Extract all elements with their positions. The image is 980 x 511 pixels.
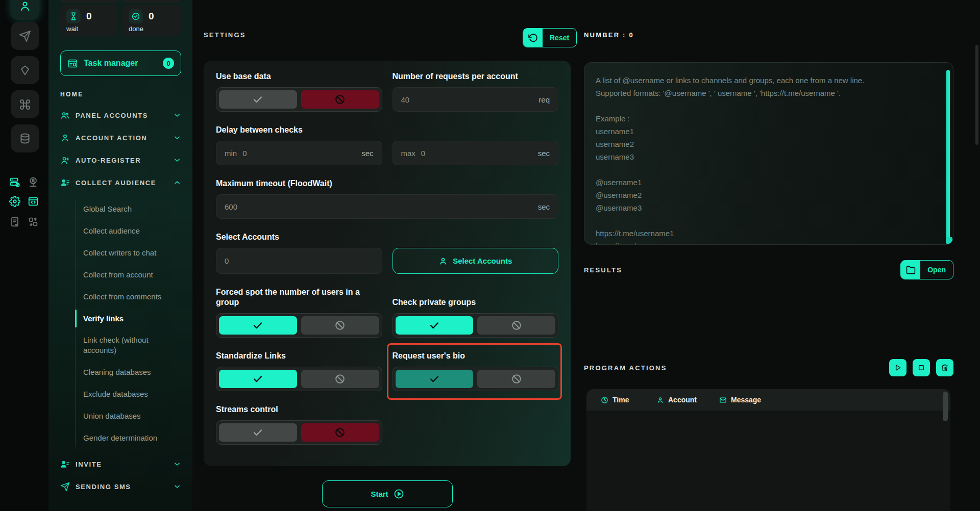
max-timeout-input[interactable]: 600 sec xyxy=(216,194,558,219)
send-icon xyxy=(60,482,70,492)
rail-profile-button[interactable] xyxy=(11,0,39,20)
textarea-resize-grip[interactable] xyxy=(946,237,952,244)
subitem-cleaning-databases[interactable]: Cleaning databases xyxy=(83,361,181,383)
play-button[interactable] xyxy=(889,359,906,376)
wait-stat-card: 0 wait xyxy=(60,5,118,36)
standardize-links-toggle xyxy=(216,367,382,391)
gear-icon xyxy=(9,196,20,207)
check-icon xyxy=(252,320,263,331)
reset-button[interactable]: Reset xyxy=(523,28,577,47)
folder-icon xyxy=(901,261,920,279)
send-icon xyxy=(19,30,31,42)
textarea-scrollbar[interactable] xyxy=(946,70,950,240)
subitem-union-databases[interactable]: Union databases xyxy=(83,405,181,427)
chevron-down-icon xyxy=(173,134,181,142)
ban-icon xyxy=(334,427,346,438)
sidebar-item-invite[interactable]: INVITE xyxy=(60,453,181,475)
requests-per-account-input[interactable]: 40 req xyxy=(393,87,559,112)
code-window-icon xyxy=(28,196,39,207)
check-circle-icon xyxy=(129,9,143,23)
person-icon xyxy=(656,396,664,404)
sec-suffix: sec xyxy=(538,149,550,158)
streams-control-label: Streams control xyxy=(216,404,382,415)
toggle-no-button[interactable] xyxy=(301,90,379,109)
rotate-ccw-icon xyxy=(523,29,543,47)
play-circle-icon xyxy=(394,489,404,499)
card-partials xyxy=(60,0,181,3)
toggle-yes-button[interactable] xyxy=(396,316,474,335)
subitem-verify-links[interactable]: Verify links xyxy=(83,308,181,329)
start-button-wrap: Start xyxy=(322,480,453,507)
max-timeout-label: Maximum timeout (FloodWait) xyxy=(216,178,558,189)
results-title: RESULTS xyxy=(584,266,622,274)
sidebar-item-panel-accounts[interactable]: PANEL ACCOUNTS xyxy=(60,104,181,126)
subitem-link-check[interactable]: Link check (without accounts) xyxy=(83,329,181,361)
sidebar-item-label: PANEL ACCOUNTS xyxy=(76,112,167,119)
delay-min-input[interactable]: min 0 sec xyxy=(216,141,382,165)
rail-gear-button[interactable] xyxy=(9,196,20,207)
streams-control-toggle xyxy=(216,420,382,445)
rail-server-check-button[interactable] xyxy=(9,176,20,188)
delete-button[interactable] xyxy=(936,359,953,376)
ban-icon xyxy=(334,373,346,385)
rail-command-button[interactable] xyxy=(11,90,39,118)
subitem-exclude-databases[interactable]: Exclude databases xyxy=(83,383,181,405)
sidebar-item-account-action[interactable]: ACCOUNT ACTION xyxy=(60,126,181,149)
username-list-placeholder: A list of @username or links to channels… xyxy=(596,74,936,245)
subitem-collect-from-account[interactable]: Collect from account xyxy=(83,264,181,286)
subitem-collect-audience[interactable]: Collect audience xyxy=(83,220,181,242)
task-manager-button[interactable]: Task manager 0 xyxy=(60,50,181,76)
open-results-button[interactable]: Open xyxy=(900,260,953,279)
sidebar-item-sending-sms[interactable]: SENDING SMS xyxy=(60,475,181,498)
toggle-yes-button[interactable] xyxy=(219,370,297,388)
toggle-yes-button[interactable] xyxy=(396,370,474,388)
rail-code-window-button[interactable] xyxy=(28,196,39,207)
sec-suffix: sec xyxy=(361,149,373,158)
toggle-no-button[interactable] xyxy=(301,423,379,442)
task-manager-badge: 0 xyxy=(163,58,174,69)
rail-database-button[interactable] xyxy=(11,124,39,152)
column-message: Message xyxy=(719,396,761,404)
program-actions-table: Time Account Message xyxy=(586,389,950,511)
sidebar-item-label: ACCOUNT ACTION xyxy=(76,134,167,142)
settings-card: Use base data Number of requests per acc… xyxy=(204,61,571,466)
sidebar: 0 wait 0 done Task manager 0 HOME xyxy=(48,0,192,511)
toggle-no-button[interactable] xyxy=(301,370,379,388)
table-scrollbar[interactable] xyxy=(943,392,948,421)
rail-diamond-button[interactable] xyxy=(11,56,39,84)
icon-rail xyxy=(0,0,48,511)
sidebar-item-label: AUTO-REGISTER xyxy=(76,157,167,164)
req-suffix: req xyxy=(538,95,550,104)
toggle-no-button[interactable] xyxy=(301,316,379,335)
toggle-yes-button[interactable] xyxy=(219,316,297,335)
select-accounts-button[interactable]: Select Accounts xyxy=(393,248,559,274)
check-icon xyxy=(252,94,263,105)
rail-person-network-button[interactable] xyxy=(28,176,39,188)
requests-per-account-label: Number of requests per account xyxy=(393,71,559,82)
window-scrollbar[interactable] xyxy=(975,45,978,145)
check-icon xyxy=(429,320,440,331)
number-title: NUMBER : 0 xyxy=(584,31,634,39)
toggle-no-button[interactable] xyxy=(477,370,555,388)
sidebar-item-auto-register[interactable]: AUTO-REGISTER xyxy=(60,149,181,171)
toggle-no-button[interactable] xyxy=(477,316,555,335)
chevron-down-icon xyxy=(173,156,181,164)
use-base-data-label: Use base data xyxy=(216,71,382,82)
rail-swap-button[interactable] xyxy=(28,216,39,227)
toggle-yes-button[interactable] xyxy=(219,423,297,442)
subitem-collect-writers[interactable]: Collect writers to chat xyxy=(83,242,181,264)
subitem-global-search[interactable]: Global Search xyxy=(83,198,181,220)
toggle-yes-button[interactable] xyxy=(219,90,297,109)
done-label: done xyxy=(129,25,175,33)
start-button[interactable]: Start xyxy=(322,480,453,507)
rail-send-button[interactable] xyxy=(11,22,39,50)
subitem-collect-from-comments[interactable]: Collect from comments xyxy=(83,286,181,308)
select-accounts-input[interactable]: 0 xyxy=(216,248,382,274)
username-list-input[interactable]: A list of @username or links to channels… xyxy=(584,62,953,245)
user-check-icon xyxy=(60,459,70,469)
delay-max-input[interactable]: max 0 sec xyxy=(393,141,559,165)
rail-doc-check-button[interactable] xyxy=(9,216,20,227)
subitem-gender-determination[interactable]: Gender determination xyxy=(83,427,181,449)
stop-button[interactable] xyxy=(913,359,930,376)
sidebar-item-collect-audience[interactable]: COLLECT AUDIENCE xyxy=(60,171,181,194)
